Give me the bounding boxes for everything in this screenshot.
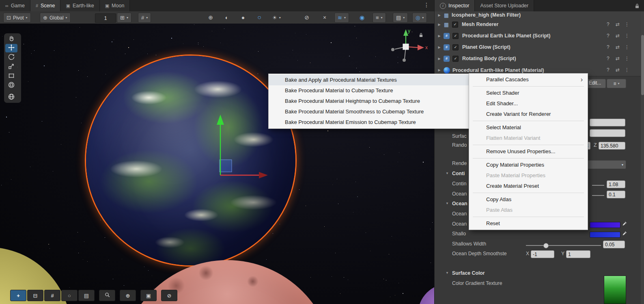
shallows-color-swatch[interactable]	[590, 232, 620, 238]
kebab-icon[interactable]: ⋮	[625, 44, 629, 50]
help-icon[interactable]: ?	[607, 67, 610, 73]
ocean-value-field[interactable]	[607, 191, 625, 198]
menu-item-remove-unused[interactable]: Remove Unused Properties...	[469, 146, 588, 157]
x-axis-arrowhead[interactable]	[259, 172, 268, 178]
inspector-scrollbar[interactable]	[641, 11, 644, 304]
foldout-icon[interactable]: ▶	[436, 68, 443, 72]
grid-size-input[interactable]	[95, 13, 116, 23]
menu-item-bake-emission[interactable]: Bake Procedural Material Emission to Cub…	[269, 117, 469, 128]
menu-item-create-variant[interactable]: Create Variant for Renderer	[469, 109, 588, 119]
menu-item-copy-atlas[interactable]: Copy Atlas	[469, 194, 588, 205]
search-button[interactable]	[99, 290, 115, 301]
audio-mute-icon[interactable]: ⊘	[301, 13, 312, 22]
global-dropdown[interactable]: ⊕ Global ▾	[40, 13, 71, 23]
component-header-procedural-earth[interactable]: ▶ # ✓ Procedural Earth Like Planet (Scri…	[435, 30, 641, 42]
tab-game[interactable]: ∞ Game	[0, 0, 30, 11]
property-field[interactable]	[590, 119, 625, 126]
property-field[interactable]	[590, 129, 625, 137]
eyedropper-icon[interactable]	[622, 231, 627, 237]
rect-tool-button[interactable]	[5, 72, 17, 80]
menu-item-edit-shader[interactable]: Edit Shader...	[469, 98, 588, 109]
foldout-open-icon[interactable]: ▼	[446, 202, 449, 205]
component-header-planet-glow[interactable]: ▶ # ✓ Planet Glow (Script) ? ⇄ ⋮	[435, 41, 641, 53]
ocean-color-swatch[interactable]	[590, 222, 620, 228]
menu-item-bake-apply-all[interactable]: Bake and Apply all Procedural Material T…	[269, 75, 469, 85]
ocean-depth-x-field[interactable]	[531, 250, 554, 258]
kebab-icon[interactable]: ⋮	[625, 22, 629, 27]
hand-tool-button[interactable]	[5, 35, 17, 43]
gizmo-z-axis[interactable]	[403, 59, 406, 62]
filled-circle-icon[interactable]: ●	[237, 13, 249, 22]
align-button[interactable]: ⊟	[27, 290, 43, 301]
component-enabled-checkbox[interactable]: ✓	[452, 22, 458, 28]
rotate-tool-button[interactable]	[5, 53, 17, 62]
help-icon[interactable]: ?	[607, 56, 610, 61]
random-z-field[interactable]	[599, 142, 625, 150]
slider-track[interactable]	[592, 195, 604, 196]
help-icon[interactable]: ?	[607, 44, 610, 50]
menu-item-select-shader[interactable]: Select Shader	[469, 88, 588, 98]
component-enabled-checkbox[interactable]: ✓	[452, 33, 459, 39]
shallows-width-field[interactable]	[603, 241, 625, 248]
custom-tool-button[interactable]	[5, 93, 17, 102]
tab-earth-like[interactable]: ▣ Earth-like	[60, 0, 99, 11]
section-header-surface-color[interactable]: Surface Color	[452, 270, 485, 276]
tab-moon[interactable]: ▣ Moon	[100, 0, 130, 11]
menu-item-parallel-cascades[interactable]: Parallel Cascades ›	[469, 74, 588, 85]
presets-icon[interactable]: ⇄	[616, 44, 620, 50]
section-header-ocean[interactable]: Ocean	[452, 201, 467, 206]
component-header-mesh-filter[interactable]: ▶ ▦ Icosphere_high (Mesh Filter)	[435, 11, 641, 19]
plane-handle[interactable]	[220, 160, 232, 172]
move-tool-button[interactable]	[5, 44, 17, 52]
layers-dropdown[interactable]: ≡ ▾	[373, 13, 386, 23]
camera-button[interactable]: ▣	[140, 290, 157, 301]
foldout-open-icon[interactable]: ▼	[446, 271, 449, 275]
foldout-icon[interactable]: ▶	[436, 57, 443, 61]
component-header-mesh-renderer[interactable]: ▶ ▦ ✓ Mesh Renderer ? ⇄ ⋮	[435, 19, 641, 30]
foldout-icon[interactable]: ▶	[436, 46, 443, 49]
grid-button[interactable]: #	[44, 290, 60, 301]
tab-asset-store-uploader[interactable]: Asset Store Uploader	[475, 0, 534, 11]
menu-item-bake-heightmap[interactable]: Bake Procedural Material Heightmap to Cu…	[269, 96, 469, 106]
transform-tool-button[interactable]	[5, 81, 17, 90]
component-enabled-checkbox[interactable]: ✓	[452, 56, 459, 62]
menu-item-create-preset[interactable]: Create Material Preset	[469, 181, 588, 191]
component-enabled-checkbox[interactable]: ✓	[452, 44, 459, 50]
lighting-dropdown[interactable]: ☀ ▾	[269, 13, 284, 23]
foldout-icon[interactable]: ▶	[436, 13, 443, 17]
move-tool-button[interactable]: +	[10, 290, 26, 301]
shallows-width-slider-knob[interactable]	[543, 243, 549, 248]
shaded-sphere-icon[interactable]: ◐	[221, 13, 233, 22]
foldout-icon[interactable]: ▶	[436, 34, 443, 38]
pivot-dropdown[interactable]: ⊡ Pivot ▾	[3, 13, 31, 23]
y-axis-arrowhead[interactable]	[217, 115, 224, 125]
tab-scene[interactable]: # Scene	[30, 0, 61, 11]
menu-item-select-material[interactable]: Select Material	[469, 122, 588, 133]
kebab-icon[interactable]: ⋮	[625, 33, 629, 39]
layers-button[interactable]: ▤	[78, 290, 95, 301]
presets-icon[interactable]: ⇄	[616, 22, 620, 27]
ring-icon[interactable]: ○	[254, 13, 265, 22]
help-icon[interactable]: ?	[607, 22, 610, 27]
menu-item-copy-properties[interactable]: Copy Material Properties	[469, 160, 588, 170]
effects-off-icon[interactable]: ×	[319, 13, 330, 22]
menu-item-bake-smoothness[interactable]: Bake Procedural Material Smoothness to C…	[269, 106, 469, 117]
axis-button[interactable]: ⊕	[120, 290, 136, 301]
foldout-icon[interactable]: ▶	[436, 23, 443, 26]
presets-icon[interactable]: ⇄	[616, 67, 620, 73]
section-header-continents[interactable]: Conti	[452, 171, 465, 176]
tab-inspector[interactable]: i Inspector	[435, 0, 475, 11]
gizmos-dropdown[interactable]: ◎ ▾	[412, 13, 427, 23]
scrollbar-thumb[interactable]	[641, 35, 644, 95]
component-header-rotating-body[interactable]: ▶ # ✓ Rotating Body (Script) ? ⇄ ⋮	[435, 53, 641, 65]
camera-view-dropdown[interactable]: ▤ ▾	[393, 13, 408, 23]
wire-sphere-icon[interactable]: ⊕	[205, 13, 216, 22]
kebab-icon[interactable]: ⋮	[625, 56, 629, 61]
purple-moon-object[interactable]	[418, 284, 434, 304]
scene-viewport[interactable]: y x + ⊟ # ○ ▤ ⊕ ▣ ⊘	[0, 24, 434, 304]
gizmo-center-cube[interactable]	[403, 44, 409, 50]
presets-icon[interactable]: ⇄	[616, 33, 620, 39]
gizmo-lock-icon[interactable]	[419, 33, 423, 39]
shallows-width-slider-track[interactable]	[526, 245, 601, 246]
continent-value-field[interactable]	[607, 180, 625, 188]
